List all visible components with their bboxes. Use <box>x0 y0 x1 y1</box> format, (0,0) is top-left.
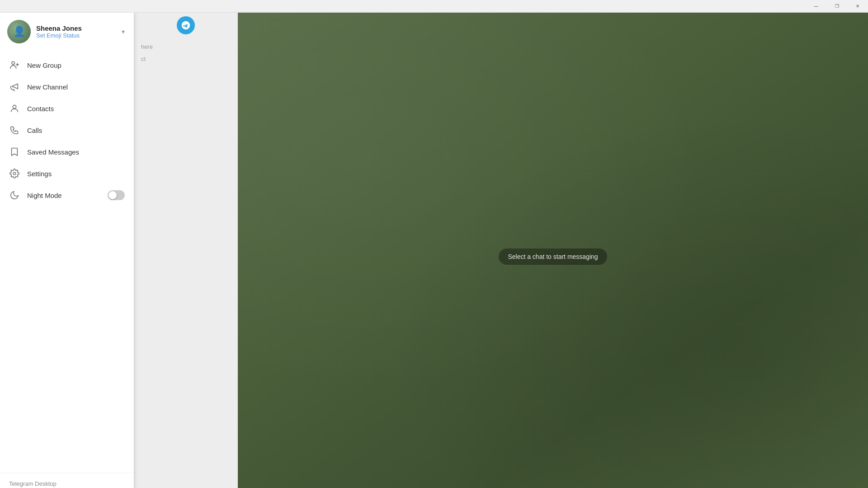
menu-item-new-group[interactable]: New Group <box>0 54 134 76</box>
telegram-logo <box>177 16 195 34</box>
sidebar-footer: Telegram Desktop Version 4.12.2 x64 – Ab… <box>0 473 134 488</box>
select-chat-bubble: Select a chat to start messaging <box>499 249 607 265</box>
avatar-inner: 👤 <box>7 20 31 43</box>
user-profile: 👤 Sheena Jones Set Emoji Status ▾ <box>0 13 134 51</box>
gear-icon <box>9 168 20 179</box>
chevron-down-icon[interactable]: ▾ <box>122 28 125 35</box>
close-button[interactable]: ✕ <box>847 0 868 13</box>
night-mode-toggle-container <box>108 190 125 200</box>
svg-point-4 <box>13 172 16 175</box>
menu-item-calls[interactable]: Calls <box>0 119 134 141</box>
saved-messages-label: Saved Messages <box>27 148 79 156</box>
svg-point-3 <box>13 105 16 108</box>
phone-icon <box>9 125 20 136</box>
user-name: Sheena Jones <box>36 24 82 32</box>
chat-placeholder-1: here <box>137 42 234 52</box>
menu-item-contacts[interactable]: Contacts <box>0 98 134 119</box>
avatar-figure: 👤 <box>13 26 25 38</box>
menu-item-saved-messages[interactable]: Saved Messages <box>0 141 134 163</box>
megaphone-icon <box>9 81 20 92</box>
select-chat-text: Select a chat to start messaging <box>508 253 598 260</box>
moon-icon <box>9 190 20 201</box>
menu-items: New Group New Channel <box>0 51 134 473</box>
night-mode-toggle[interactable] <box>108 190 125 200</box>
chat-panel: here ct <box>134 13 238 488</box>
new-group-label: New Group <box>27 61 61 69</box>
maximize-button[interactable]: ❐ <box>826 0 847 13</box>
user-info: Sheena Jones Set Emoji Status <box>36 24 82 39</box>
calls-label: Calls <box>27 127 42 134</box>
main-content: Select a chat to start messaging <box>238 13 868 488</box>
minimize-button[interactable]: — <box>806 0 826 13</box>
set-emoji-status[interactable]: Set Emoji Status <box>36 32 82 39</box>
chat-panel-body: here ct <box>134 38 238 488</box>
chat-panel-header <box>134 13 238 38</box>
window-controls: — ❐ ✕ <box>806 0 868 12</box>
night-mode-label: Night Mode <box>27 192 62 199</box>
menu-item-settings[interactable]: Settings <box>0 163 134 184</box>
settings-label: Settings <box>27 170 52 178</box>
avatar[interactable]: 👤 <box>7 20 31 43</box>
menu-item-new-channel[interactable]: New Channel <box>0 76 134 98</box>
contacts-label: Contacts <box>27 105 54 113</box>
window-chrome: — ❐ ✕ <box>0 0 868 13</box>
app-name: Telegram Desktop <box>9 480 125 487</box>
new-channel-label: New Channel <box>27 83 68 91</box>
menu-item-night-mode[interactable]: Night Mode <box>0 184 134 206</box>
sidebar-menu: 👤 Sheena Jones Set Emoji Status ▾ <box>0 13 134 488</box>
svg-point-0 <box>12 61 14 64</box>
app-container: 👤 Sheena Jones Set Emoji Status ▾ <box>0 13 868 488</box>
person-icon <box>9 103 20 114</box>
user-profile-left: 👤 Sheena Jones Set Emoji Status <box>7 20 82 43</box>
toggle-knob <box>108 191 117 199</box>
people-add-icon <box>9 60 20 70</box>
chat-placeholder-2: ct <box>137 54 234 64</box>
bookmark-icon <box>9 146 20 157</box>
